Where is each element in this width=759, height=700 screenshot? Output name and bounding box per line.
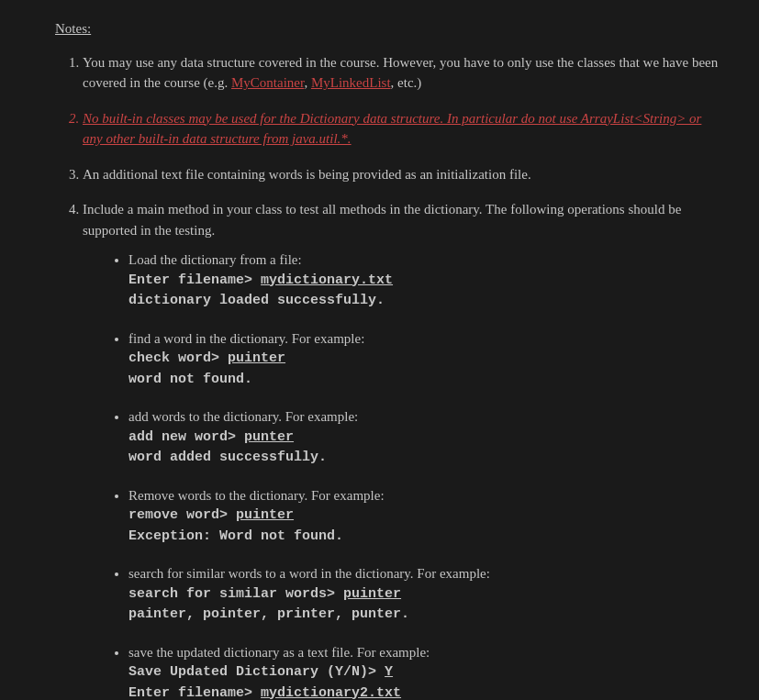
bullet-add-desc: add words to the dictionary. For example… (128, 409, 358, 424)
list-item-1: You may use any data structure covered i… (83, 52, 722, 94)
item3-text: An additional text file containing words… (83, 167, 531, 182)
mydictionary-link[interactable]: mydictionary.txt (261, 272, 393, 288)
notes-header: Notes: (55, 18, 722, 39)
bullet-find-line1: check word> puinter (128, 349, 722, 370)
bullet-find: find a word in the dictionary. For examp… (128, 328, 722, 391)
bullet-save: save the updated dictionary as a text fi… (128, 642, 722, 701)
mylinkedlist-link[interactable]: MyLinkedList (311, 75, 391, 90)
bullet-find-desc: find a word in the dictionary. For examp… (128, 331, 364, 346)
list-item-3: An additional text file containing words… (83, 164, 722, 185)
bullet-load-desc: Load the dictionary from a file: (128, 252, 302, 267)
list-item-2: No built-in classes may be used for the … (83, 108, 722, 150)
bullet-search-line2: painter, pointer, printer, punter. (128, 605, 722, 626)
bullet-search: search for similar words to a word in th… (128, 563, 722, 626)
bullet-save-line1: Save Updated Dictionary (Y/N)> Y (128, 662, 722, 683)
item1-end: , etc.) (391, 75, 422, 90)
bullet-add-line1: add new word> punter (128, 428, 722, 449)
bullet-remove-desc: Remove words to the dictionary. For exam… (128, 488, 385, 503)
bullet-list: Load the dictionary from a file: Enter f… (119, 250, 722, 700)
item2-text: No built-in classes may be used for the … (83, 111, 701, 147)
bullet-search-desc: search for similar words to a word in th… (128, 566, 490, 581)
bullet-add: add words to the dictionary. For example… (128, 406, 722, 469)
puinter-link-search[interactable]: puinter (343, 586, 401, 602)
punter-link[interactable]: punter (244, 429, 294, 445)
item1-comma: , (304, 75, 311, 90)
item4-intro: Include a main method in your class to t… (83, 202, 681, 238)
bullet-add-line2: word added successfully. (128, 448, 722, 469)
y-link[interactable]: Y (385, 664, 393, 680)
notes-section: Notes: You may use any data structure co… (55, 18, 722, 700)
bullet-search-line1: search for similar words> puinter (128, 584, 722, 606)
mydictionary2-link[interactable]: mydictionary2.txt (261, 685, 401, 701)
puinter-link-find[interactable]: puinter (228, 350, 285, 366)
list-item-4: Include a main method in your class to t… (83, 199, 722, 700)
bullet-remove-line2: Exception: Word not found. (128, 527, 722, 548)
bullet-load-line1: Enter filename> mydictionary.txt (128, 271, 722, 292)
puinter-link-remove[interactable]: puinter (236, 507, 294, 523)
bullet-load: Load the dictionary from a file: Enter f… (128, 250, 722, 312)
bullet-find-line2: word not found. (128, 370, 722, 391)
mycontainer-link[interactable]: MyContainer (231, 75, 304, 90)
bullet-load-line2: dictionary loaded successfully. (128, 291, 722, 312)
bullet-remove-line1: remove word> puinter (128, 506, 722, 527)
bullet-save-desc: save the updated dictionary as a text fi… (128, 645, 430, 660)
bullet-remove: Remove words to the dictionary. For exam… (128, 485, 722, 548)
main-list: You may use any data structure covered i… (73, 52, 722, 701)
bullet-save-line2: Enter filename> mydictionary2.txt (128, 683, 722, 701)
